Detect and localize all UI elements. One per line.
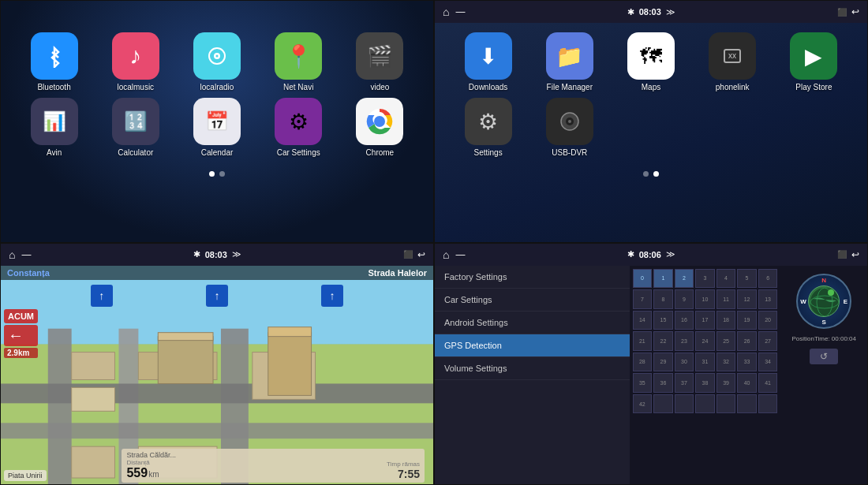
home-icon-q3[interactable]: ⌂	[9, 248, 15, 261]
grid-cell-32: 32	[716, 353, 736, 372]
nav-map[interactable]: Constanța Strada Halelor ↑ ↑ ↑ ACUM ← 2.…	[1, 266, 433, 485]
grid-cell-1: 1	[653, 269, 673, 289]
app-icon-downloads: ⬇	[465, 32, 512, 80]
grid-cell-30: 30	[675, 353, 694, 372]
back-icon-q2[interactable]: ↩	[851, 6, 859, 17]
bluetooth-icon-q2: ✱	[627, 7, 634, 17]
nav-screen: ⌂ — ✱ 08:03 ≫ ⬛ ↩	[1, 244, 433, 485]
app-calculator[interactable]: 🔢 Calculator	[98, 98, 173, 157]
app-video[interactable]: 🎬 video	[342, 32, 417, 91]
svg-rect-18	[72, 352, 115, 379]
screen-icon-q2[interactable]: ⬛	[837, 8, 847, 17]
turn-arrow-3: ↑	[321, 285, 343, 307]
app-icon-bluetooth	[31, 32, 78, 80]
svg-point-2	[215, 55, 218, 58]
svg-rect-24	[158, 336, 213, 383]
nav-distanta-val: 559	[126, 466, 148, 480]
app-label-avin: Avin	[47, 148, 62, 157]
settings-android[interactable]: Android Settings	[435, 312, 630, 334]
grid-cell-48	[758, 394, 778, 414]
dot-1-q1[interactable]	[209, 171, 215, 177]
grid-cell-2: 2	[675, 269, 694, 289]
app-label-calendar: Calendar	[201, 148, 234, 157]
minimize-icon-q4[interactable]: —	[455, 249, 465, 260]
grid-cell-47	[737, 394, 757, 414]
screen-icon-q3[interactable]: ⬛	[403, 250, 413, 259]
app-netnavi[interactable]: 📍 Net Navi	[261, 32, 336, 91]
app-carsettings[interactable]: ⚙ Car Settings	[261, 98, 336, 157]
app-label-chrome: Chrome	[366, 148, 395, 157]
nav-timp-val: 7:55	[387, 468, 420, 480]
nav-arrow-left: ←	[4, 325, 38, 346]
app-chrome[interactable]: Chrome	[342, 98, 417, 157]
topbar-q3: ⌂ — ✱ 08:03 ≫ ⬛ ↩	[1, 244, 433, 266]
app-icon-chrome	[356, 98, 403, 145]
nav-timp-label: Timp rămas	[387, 461, 420, 468]
svg-point-28	[810, 288, 839, 316]
app-icon-settings: ⚙	[465, 98, 512, 145]
app-avin[interactable]: 📊 Avin	[17, 98, 92, 157]
grid-cell-11: 11	[716, 289, 736, 309]
grid-cell-5: 5	[737, 269, 757, 289]
grid-cell-40: 40	[737, 373, 757, 393]
app-icon-avin: 📊	[31, 98, 78, 145]
back-icon-q3[interactable]: ↩	[417, 249, 425, 260]
nav-street: Strada Halelor	[368, 268, 427, 278]
quadrant-home1: ⌂ — ✱ 08:03 ≫ ⬛ ↩ Bluetooth ♪	[0, 0, 434, 243]
app-settings[interactable]: ⚙ Settings	[451, 98, 526, 157]
minimize-icon-q2[interactable]: —	[455, 6, 465, 17]
settings-gps[interactable]: GPS Detection	[435, 334, 630, 357]
grid-cell-9: 9	[675, 289, 694, 309]
grid-cell-26: 26	[737, 331, 757, 351]
topbar-q2: ⌂ — ✱ 08:03 ≫ ⬛ ↩	[435, 1, 867, 23]
app-bluetooth[interactable]: Bluetooth	[17, 32, 92, 91]
grid-cell-33: 33	[737, 353, 757, 372]
app-label-calculator: Calculator	[118, 148, 153, 157]
dot-2-q2[interactable]	[653, 171, 659, 177]
grid-cell-41: 41	[758, 373, 778, 393]
minimize-icon-q3[interactable]: —	[21, 249, 31, 260]
app-localradio[interactable]: localradio	[179, 32, 254, 91]
app-icon-calculator: 🔢	[112, 98, 159, 145]
svg-rect-16	[1, 383, 433, 403]
svg-rect-13	[48, 328, 72, 484]
app-filemanager[interactable]: 📁 File Manager	[532, 32, 607, 91]
dot-2-q1[interactable]	[219, 171, 225, 177]
app-icon-video: 🎬	[356, 32, 403, 80]
grid-cell-42: 42	[633, 394, 653, 414]
app-downloads[interactable]: ⬇ Downloads	[451, 32, 526, 91]
svg-point-5	[376, 118, 384, 126]
app-calendar[interactable]: 📅 Calendar	[179, 98, 254, 157]
compass-n: N	[821, 277, 826, 284]
screen-icon-q4[interactable]: ⬛	[837, 250, 847, 259]
grid-cell-18: 18	[716, 311, 736, 330]
grid-cell-45	[695, 394, 715, 414]
compass-globe	[808, 285, 840, 317]
app-icon-maps: 🗺	[627, 32, 675, 80]
time-q3: 08:03	[205, 250, 227, 259]
grid-cell-43	[653, 394, 673, 414]
app-label-carsettings: Car Settings	[277, 148, 320, 157]
home-icon-q2[interactable]: ⌂	[443, 6, 449, 18]
app-label-bluetooth: Bluetooth	[37, 83, 70, 91]
app-localmusic[interactable]: ♪ localmusic	[98, 32, 173, 91]
grid-cell-23: 23	[675, 331, 694, 351]
app-grid-1: Bluetooth ♪ localmusic localradio 📍 Ne	[1, 23, 433, 166]
settings-factory[interactable]: Factory Settings	[435, 266, 630, 289]
dot-1-q2[interactable]	[643, 171, 649, 177]
app-phonelink[interactable]: xx phonelink	[695, 32, 770, 91]
refresh-button[interactable]: ↺	[810, 349, 838, 364]
app-maps[interactable]: 🗺 Maps	[613, 32, 688, 91]
app-playstore[interactable]: ▶ Play Store	[776, 32, 851, 91]
app-usbdvr[interactable]: USB-DVR	[532, 98, 607, 157]
back-icon-q4[interactable]: ↩	[851, 249, 859, 260]
app-icon-carsettings: ⚙	[275, 98, 322, 145]
app-icon-phonelink: xx	[709, 32, 756, 80]
app-icon-localmusic: ♪	[112, 32, 159, 80]
grid-cell-4: 4	[716, 269, 736, 289]
settings-car[interactable]: Car Settings	[435, 289, 630, 312]
app-label-playstore: Play Store	[795, 83, 832, 91]
settings-volume[interactable]: Volume Settings	[435, 357, 630, 380]
grid-cell-24: 24	[695, 331, 715, 351]
home-icon-q4[interactable]: ⌂	[443, 248, 449, 261]
